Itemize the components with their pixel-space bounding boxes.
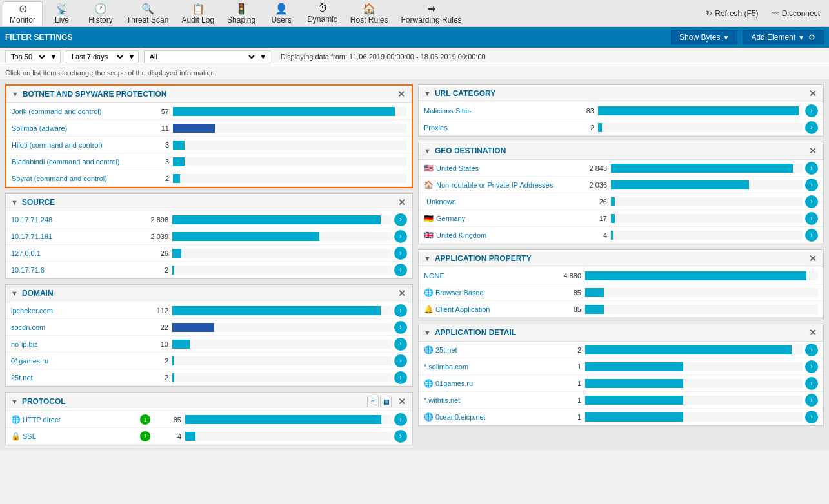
app-property-close-button[interactable]: ✕ <box>808 253 818 264</box>
row-bar-container <box>185 432 392 441</box>
refresh-button[interactable]: ↻ Refresh (F5) <box>699 1 764 26</box>
row-arrow[interactable]: › <box>805 360 818 373</box>
list-item[interactable]: Bladabindi (command and control)3 <box>6 153 412 170</box>
list-item[interactable]: 25t.net2› <box>6 369 412 386</box>
type-select-container[interactable]: All ▼ <box>144 50 270 63</box>
list-item[interactable]: Proxies2› <box>419 119 823 136</box>
nav-audit-log[interactable]: 📋 Audit Log <box>175 1 221 26</box>
list-item[interactable]: 🇬🇧United Kingdom4› <box>419 227 823 244</box>
protocol-tool-list[interactable]: ≡ <box>367 396 379 407</box>
list-item[interactable]: ipcheker.com112› <box>6 302 412 319</box>
domain-collapse[interactable]: ▼ <box>11 289 18 297</box>
nav-users[interactable]: 👤 Users <box>262 1 301 26</box>
app-detail-close-button[interactable]: ✕ <box>808 327 818 338</box>
list-item[interactable]: Hiloti (command and control)3 <box>6 137 412 153</box>
row-arrow[interactable]: › <box>394 247 407 260</box>
list-item[interactable]: 🇺🇸United States2 843› <box>419 160 823 177</box>
geo-close-button[interactable]: ✕ <box>808 146 818 156</box>
nav-dynamic[interactable]: ⏱ Dynamic <box>301 1 344 26</box>
list-item[interactable]: 10.17.71.1812 039› <box>6 228 412 245</box>
source-collapse[interactable]: ▼ <box>11 199 18 206</box>
list-item[interactable]: 🌐25t.net2› <box>419 342 823 358</box>
row-bar <box>172 266 174 275</box>
add-element-button[interactable]: Add Element ▼ ⚙ <box>743 30 824 44</box>
row-arrow[interactable]: › <box>805 104 818 117</box>
protocol-panel-title: PROTOCOL <box>22 397 363 406</box>
app-detail-collapse[interactable]: ▼ <box>424 329 431 336</box>
row-value: 3 <box>141 141 173 149</box>
period-select-container[interactable]: Last 24 hours Last 7 days Last 30 days ▼ <box>66 50 139 63</box>
nav-host-rules[interactable]: 🏠 Host Rules <box>344 1 395 26</box>
row-arrow[interactable]: › <box>805 344 818 356</box>
list-item[interactable]: Unknown26› <box>419 193 823 210</box>
protocol-close-button[interactable]: ✕ <box>397 396 407 407</box>
row-arrow[interactable]: › <box>394 304 407 317</box>
row-arrow[interactable]: › <box>394 413 407 426</box>
list-item[interactable]: Spyrat (command and control)2 <box>6 170 412 187</box>
list-item[interactable]: 🇩🇪Germany17› <box>419 210 823 227</box>
nav-threat-scan[interactable]: 🔍 Threat Scan <box>120 1 175 26</box>
list-item[interactable]: 🌐0cean0.eicp.net1› <box>419 409 823 425</box>
list-item[interactable]: 10.17.71.62› <box>6 262 412 278</box>
disconnect-button[interactable]: 〰 Disconnect <box>765 1 826 26</box>
list-item[interactable]: 127.0.0.126› <box>6 245 412 262</box>
nav-live[interactable]: 📡 Live <box>43 1 81 26</box>
row-arrow[interactable]: › <box>394 264 407 276</box>
list-item[interactable]: no-ip.biz10› <box>6 336 412 353</box>
top-select-container[interactable]: Top 10 Top 20 Top 50 Top 100 ▼ <box>5 50 61 63</box>
row-arrow[interactable]: › <box>805 394 818 407</box>
source-panel-body: 10.17.71.2482 898›10.17.71.1812 039›127.… <box>6 211 412 278</box>
row-arrow[interactable]: › <box>394 230 407 243</box>
row-arrow[interactable]: › <box>805 121 818 134</box>
geo-collapse[interactable]: ▼ <box>424 147 431 155</box>
row-arrow[interactable]: › <box>394 371 407 384</box>
top-select[interactable]: Top 10 Top 20 Top 50 Top 100 <box>8 52 47 61</box>
list-item[interactable]: *.solimba.com1› <box>419 358 823 375</box>
list-item[interactable]: 🌐01games.ru1› <box>419 375 823 392</box>
row-arrow[interactable]: › <box>394 213 407 226</box>
list-item[interactable]: 10.17.71.2482 898› <box>6 211 412 228</box>
list-item[interactable]: Solimba (adware)11 <box>6 120 412 137</box>
row-arrow[interactable]: › <box>805 229 818 242</box>
list-item[interactable]: Jorik (command and control)57 <box>6 103 412 120</box>
nav-shaping[interactable]: 🚦 Shaping <box>221 1 262 26</box>
row-arrow[interactable]: › <box>805 179 818 191</box>
domain-close-button[interactable]: ✕ <box>397 288 407 298</box>
period-select[interactable]: Last 24 hours Last 7 days Last 30 days <box>69 52 125 61</box>
row-arrow[interactable]: › <box>394 338 407 351</box>
list-item[interactable]: 🌐HTTP direct185› <box>6 411 412 428</box>
botnet-collapse[interactable]: ▼ <box>12 90 19 98</box>
list-item[interactable]: 🔔Client Application85 <box>419 301 823 318</box>
protocol-collapse[interactable]: ▼ <box>11 398 18 405</box>
nav-monitor[interactable]: ⊙ Monitor <box>3 1 43 26</box>
list-item[interactable]: Malicious Sites83› <box>419 102 823 119</box>
nav-history[interactable]: 🕐 History <box>81 1 120 26</box>
list-item[interactable]: 01games.ru2› <box>6 353 412 369</box>
row-arrow[interactable]: › <box>805 411 818 423</box>
flag-icon: 🇺🇸 <box>424 164 434 173</box>
row-arrow[interactable]: › <box>805 162 818 175</box>
row-label: 🔔Client Application <box>424 305 553 314</box>
botnet-close-button[interactable]: ✕ <box>396 89 406 99</box>
list-item[interactable]: socdn.com22› <box>6 319 412 336</box>
list-item[interactable]: 🌐Browser Based85 <box>419 284 823 301</box>
show-bytes-button[interactable]: Show Bytes ▼ <box>671 30 737 44</box>
row-arrow[interactable]: › <box>805 377 818 390</box>
row-bar-container <box>585 288 818 297</box>
protocol-tool-grid[interactable]: ▤ <box>380 396 392 407</box>
row-arrow[interactable]: › <box>394 430 407 443</box>
app-property-collapse[interactable]: ▼ <box>424 255 431 262</box>
url-category-close-button[interactable]: ✕ <box>808 88 818 99</box>
source-close-button[interactable]: ✕ <box>397 197 407 208</box>
list-item[interactable]: 🏠Non-routable or Private IP Addresses2 0… <box>419 177 823 193</box>
nav-forwarding-rules[interactable]: ➡ Forwarding Rules <box>395 1 468 26</box>
list-item[interactable]: 🔒SSL14› <box>6 428 412 445</box>
type-select[interactable]: All <box>147 52 257 61</box>
row-arrow[interactable]: › <box>805 195 818 208</box>
row-arrow[interactable]: › <box>394 354 407 367</box>
row-arrow[interactable]: › <box>805 212 818 225</box>
row-arrow[interactable]: › <box>394 321 407 334</box>
list-item[interactable]: NONE4 880 <box>419 267 823 284</box>
url-category-collapse[interactable]: ▼ <box>424 90 431 97</box>
list-item[interactable]: *.withtls.net1› <box>419 392 823 409</box>
